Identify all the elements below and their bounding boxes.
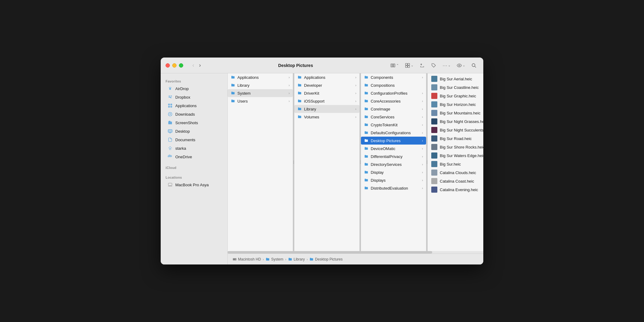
back-button[interactable]: ‹ [191, 61, 196, 69]
resize-indicator [427, 161, 427, 164]
col3-coreservices[interactable]: CoreServices › [361, 113, 426, 121]
file-item[interactable]: Big Sur Shore Rocks.heic [428, 143, 483, 151]
col-label: DriverKit [304, 91, 353, 96]
file-thumbnail [431, 170, 437, 176]
file-name: Big Sur Coastline.heic [440, 85, 479, 90]
close-button[interactable] [166, 63, 170, 68]
sidebar-item-downloads[interactable]: Downloads [163, 110, 226, 118]
file-thumbnail [431, 118, 437, 124]
file-item[interactable]: Big Sur Coastline.heic [428, 83, 483, 92]
col3-display[interactable]: Display › [361, 168, 426, 176]
file-name: Big Sur Aerial.heic [440, 77, 472, 81]
folder-icon [364, 130, 369, 135]
file-item[interactable]: Big Sur Horizon.heic [428, 100, 483, 109]
col3-distributedevaluation[interactable]: DistributedEvaluation › [361, 184, 426, 192]
col3-components[interactable]: Components › [361, 73, 426, 81]
col3-displays[interactable]: Displays › [361, 176, 426, 184]
content-area: Favorites AirDrop Dropbox [161, 73, 483, 264]
view-options-button[interactable]: ⌄ [455, 61, 467, 69]
sidebar-item-documents[interactable]: Documents [163, 135, 226, 144]
file-thumbnail [431, 76, 437, 82]
downloads-icon [167, 111, 173, 117]
col3-coreaccessories[interactable]: CoreAccessories › [361, 97, 426, 105]
sidebar-item-starka[interactable]: starka [163, 144, 226, 152]
tag-button[interactable] [429, 61, 438, 69]
file-item[interactable]: Catalina Clouds.heic [428, 168, 483, 177]
col1-users[interactable]: Users › [228, 97, 293, 105]
file-item[interactable]: Big Sur.heic [428, 160, 483, 168]
sidebar-item-onedrive[interactable]: OneDrive [163, 152, 226, 161]
horizontal-scrollbar[interactable] [228, 251, 483, 254]
search-button[interactable] [469, 61, 478, 69]
col3-configprofiles[interactable]: ConfigurationProfiles › [361, 89, 426, 97]
forward-button[interactable]: › [197, 61, 203, 69]
chevron-icon: › [355, 75, 356, 79]
col2-developer[interactable]: Developer › [294, 81, 359, 89]
columns-area[interactable]: Applications › Library › S [228, 73, 483, 251]
folder-icon [364, 146, 369, 151]
col3-directoryservices[interactable]: DirectoryServices › [361, 160, 426, 168]
svg-point-7 [459, 65, 460, 66]
sidebar-item-screenshots[interactable]: ScreenShots [163, 118, 226, 127]
file-item[interactable]: Big Sur Road.heic [428, 134, 483, 143]
chevron-icon: › [355, 83, 356, 87]
folder-icon [297, 75, 302, 80]
breadcrumb-system[interactable]: System [266, 257, 283, 261]
col-label: DistributedEvaluation [371, 186, 420, 191]
folder-icon [364, 154, 369, 159]
scrollbar-thumb[interactable] [228, 251, 432, 254]
sidebar-item-desktop[interactable]: Desktop [163, 127, 226, 135]
file-item[interactable]: Big Sur Aerial.heic [428, 75, 483, 83]
col2-driverkit[interactable]: DriverKit › [294, 89, 359, 97]
col3-desktop-pictures[interactable]: Desktop Pictures › [361, 137, 426, 145]
file-item[interactable]: Catalina Evening.heic [428, 185, 483, 194]
col-label: Components [371, 75, 420, 80]
col3-differentialprivacy[interactable]: DifferentialPrivacy › [361, 152, 426, 160]
col3-compositions[interactable]: Compositions [361, 81, 426, 89]
col-label: Applications [237, 75, 287, 80]
more-button[interactable]: ··· ⌄ [441, 61, 452, 69]
finder-window: ‹ › Desktop Pictures ⌃ [161, 58, 483, 264]
folder-icon [364, 99, 369, 103]
sidebar-item-macbook[interactable]: MacBook Pro Asya [163, 180, 226, 189]
col-label: Developer [304, 83, 353, 88]
airdrop-icon [167, 86, 173, 91]
grid-view-button[interactable]: ⌄ [403, 61, 415, 69]
folder-icon [297, 107, 302, 111]
col-label: Display [371, 170, 420, 175]
file-item[interactable]: Big Sur Waters Edge.heic [428, 151, 483, 160]
col3-defaultsconfigs[interactable]: DefaultsConfigurations › [361, 129, 426, 137]
chevron-icon: › [422, 163, 423, 166]
col1-library[interactable]: Library › [228, 81, 293, 89]
breadcrumb-macintosh-hd[interactable]: Macintosh HD [233, 257, 261, 261]
col3-coreimage[interactable]: CoreImage › [361, 105, 426, 113]
folder-icon [364, 122, 369, 127]
svg-rect-1 [393, 64, 394, 67]
column-view-button[interactable]: ⌃ [388, 61, 401, 69]
file-item[interactable]: Catalina Coast.heic [428, 177, 483, 185]
col2-volumes[interactable]: Volumes › [294, 113, 359, 121]
col2-applications[interactable]: Applications › [294, 73, 359, 81]
col-label: DefaultsConfigurations [371, 131, 420, 135]
file-item[interactable]: Big Sur Night Grasses.heic [428, 117, 483, 126]
fullscreen-button[interactable] [179, 63, 183, 68]
col1-applications[interactable]: Applications › [228, 73, 293, 81]
sidebar-item-airdrop[interactable]: AirDrop [163, 84, 226, 93]
breadcrumb-desktop-pictures[interactable]: Desktop Pictures [310, 257, 343, 261]
col3-cryptotokenkit[interactable]: CryptoTokenKit › [361, 121, 426, 129]
sidebar-item-applications[interactable]: Applications [163, 101, 226, 110]
col1-system[interactable]: System › [228, 89, 293, 97]
col3-deviceomatic[interactable]: DeviceOMatic › [361, 145, 426, 152]
file-item[interactable]: Big Sur Night Succulents.heic [428, 126, 483, 134]
col2-iossupport[interactable]: iOSSupport › [294, 97, 359, 105]
drive-icon [233, 257, 237, 261]
col2-library[interactable]: Library › [294, 105, 359, 113]
file-item[interactable]: Big Sur Mountains.heic [428, 109, 483, 117]
nav-buttons: ‹ › [191, 61, 203, 69]
share-button[interactable] [418, 61, 427, 69]
file-item[interactable]: Big Sur Graphic.heic [428, 92, 483, 100]
file-name: Catalina Evening.heic [440, 187, 478, 192]
breadcrumb-library[interactable]: Library [288, 257, 305, 261]
minimize-button[interactable] [172, 63, 177, 68]
sidebar-item-dropbox[interactable]: Dropbox [163, 93, 226, 101]
